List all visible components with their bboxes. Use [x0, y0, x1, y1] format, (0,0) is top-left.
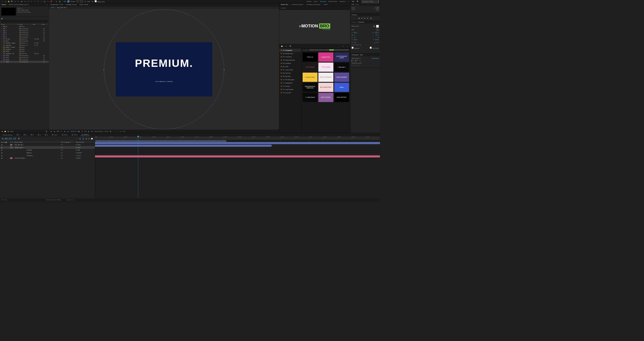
mb-category[interactable]: 10. Text Messages	[279, 78, 301, 81]
align-top-icon[interactable]: ▔	[357, 60, 358, 61]
italic-btn[interactable]: T	[353, 44, 354, 46]
mb-settings-icon[interactable]: ⚙	[285, 45, 287, 47]
last-frame-icon[interactable]: ⏭	[370, 18, 372, 19]
mb-category[interactable]: 06. Titles	[279, 65, 301, 68]
dist-2[interactable]: ⫴	[353, 65, 354, 66]
workspace-standard[interactable]: Standard	[320, 1, 326, 2]
shape-tool-icon[interactable]: ◯	[27, 0, 29, 2]
mb-preset-item[interactable]: Graphics Pack.	[318, 53, 333, 62]
project-item[interactable]: ▸2Composition23.	[0, 30, 49, 32]
mb-category[interactable]: 09. Big Titles	[279, 75, 301, 78]
mb-preset-item[interactable]: TYPO SLIDES	[318, 63, 333, 72]
mb-preset-item[interactable]: Corporate Slides.	[303, 73, 317, 82]
mb-preset-item[interactable]: NASA HISTORY	[334, 93, 349, 102]
views-dropdown[interactable]: 1 View	[104, 131, 108, 132]
clone-tool-icon[interactable]: ⎌	[40, 0, 42, 2]
timeline-tab[interactable]: TUT2	[60, 134, 69, 136]
play-icon[interactable]: ▶	[364, 18, 366, 19]
mb-preset-item[interactable]: TOKO 1.0	[303, 53, 317, 62]
timeline-tab[interactable]: 4	[36, 134, 42, 136]
res-icon[interactable]: ▦	[53, 130, 55, 132]
align-bottom-icon[interactable]: ▁	[360, 60, 361, 61]
timeline-layer[interactable]: ◉3Dark Gray Solid 1♦ ╱⊚ None	[0, 157, 95, 160]
align-right-icon[interactable]: ▐	[355, 60, 356, 61]
timeline-tracks[interactable]: 00f00;12f01;00f01;12f02;00f02;12f03;00f0…	[95, 136, 380, 199]
duration-bar[interactable]	[309, 49, 349, 51]
align-left-icon[interactable]: ▌	[352, 60, 353, 61]
camera-tool-icon[interactable]: ▣	[21, 0, 23, 2]
hscale-input[interactable]: 100 %	[375, 39, 379, 41]
timeline-tab[interactable]: 1	[15, 134, 21, 136]
baseline-input[interactable]: 0 px	[354, 42, 356, 43]
mb-search-icon[interactable]: 🔍	[289, 45, 291, 47]
toggle-inout-icon[interactable]: {}	[5, 199, 7, 201]
toggle-switches-icon[interactable]: ⊞	[1, 199, 3, 201]
timeline-tab[interactable]: TUT4 ×	[80, 134, 90, 136]
draft3d-icon[interactable]: ◧	[79, 138, 81, 140]
fast-preview-icon[interactable]: ⚡	[109, 130, 111, 132]
bold-btn[interactable]: T	[352, 44, 352, 46]
dist-6[interactable]: ⫴	[359, 65, 359, 66]
project-item[interactable]: ▸1Composition23.	[0, 28, 49, 30]
tracking-input[interactable]: 0	[378, 34, 379, 36]
project-item[interactable]: ▸Logo.jpgImporte...G67 KB	[0, 44, 49, 46]
snap-icon[interactable]: ◈	[55, 0, 57, 2]
leading-input[interactable]: 155 px	[375, 32, 379, 33]
mb-category[interactable]: 01. Typography	[279, 49, 301, 52]
dist-1[interactable]: ⫴	[352, 65, 352, 66]
clip-solid[interactable]	[95, 155, 380, 157]
project-item[interactable]: ▸07.movQuickTime136 MB30	[0, 38, 49, 40]
tab-footage[interactable]: Footage: (none)	[66, 4, 76, 5]
font-style-dropdown[interactable]: Bold	[352, 29, 375, 31]
mb-category[interactable]: 04. Shape Elements	[279, 58, 301, 62]
toggle-modes-icon[interactable]: ⊟	[3, 199, 5, 201]
frame-blend-icon[interactable]: ▦	[85, 138, 87, 140]
project-item[interactable]: ▸5Composition23.	[0, 36, 49, 38]
playhead[interactable]	[138, 136, 138, 199]
mb-category[interactable]: 02. Backgrounds	[279, 52, 301, 55]
dist-3[interactable]: ⫴	[355, 65, 355, 66]
roi-icon[interactable]: ▣	[88, 130, 90, 132]
mb-category[interactable]: 12. Devices	[279, 84, 301, 88]
project-item[interactable]: ▸Motion ...FolderFolder	[0, 46, 49, 48]
timeline-tab[interactable]: 3	[29, 134, 35, 136]
new-comp-icon[interactable]: ▦	[7, 130, 9, 132]
toggle-switches-label[interactable]: Toggle Switches / Modes	[46, 199, 61, 201]
comp-flow-icon[interactable]: ⬚	[76, 138, 78, 140]
pen-tool-icon[interactable]: ✒	[31, 0, 33, 2]
dist-4[interactable]: ⫴	[356, 65, 356, 66]
mb-category[interactable]: 03. Transitions	[279, 55, 301, 58]
project-item[interactable]: ▸TUT1Composition23.	[0, 55, 49, 57]
mb-preset-item[interactable]: LIVE STREAM	[303, 63, 317, 72]
font-family-dropdown[interactable]: Bebas Neue	[352, 25, 372, 27]
roto-tool-icon[interactable]: ✧	[47, 0, 49, 2]
eraser-tool-icon[interactable]: ◧	[44, 0, 46, 2]
mask-toggle-icon[interactable]: ◧	[67, 130, 69, 132]
chevron-down-icon[interactable]: ▾	[61, 130, 63, 132]
alpha-icon[interactable]: ▣	[50, 130, 52, 132]
clip-shape-layer[interactable]	[95, 145, 272, 147]
eyedropper-icon[interactable]: 💧	[373, 25, 375, 27]
first-frame-icon[interactable]: ⏮	[358, 18, 360, 19]
mb-preset-item[interactable]: EASY IN MADE.	[318, 93, 333, 102]
workspace-small[interactable]: Small Screen	[328, 1, 337, 2]
stroke-width-input[interactable]	[80, 0, 83, 3]
tab-layer[interactable]: Layer: (none)	[79, 4, 88, 5]
mb-menu-icon[interactable]: ⋮	[346, 45, 348, 47]
composition-viewer[interactable]: PREMIUM. TOKO GRAPHICS / VERSION	[49, 9, 279, 130]
smallcaps-btn[interactable]: Tᴛ	[356, 44, 358, 46]
align-vcenter-icon[interactable]: ━	[359, 60, 359, 61]
mb-category[interactable]: 11. Infographics	[279, 81, 301, 84]
project-search-input[interactable]	[1, 20, 48, 22]
rotate-tool-icon[interactable]: ↻	[18, 0, 20, 2]
gear-icon[interactable]: ⚙	[119, 130, 121, 132]
ligatures-checkbox[interactable]: Ligatures	[352, 47, 359, 49]
mb-preset-item[interactable]: design	[334, 83, 349, 92]
mb-category[interactable]: 05. Gradients	[279, 62, 301, 65]
hand-tool-icon[interactable]: ✋	[8, 0, 10, 2]
mb-preset-item[interactable]: BIG SLIDES PACK	[318, 83, 333, 92]
workspace-overflow-icon[interactable]: »	[348, 0, 350, 2]
bezier-checkbox[interactable]: Bezier Path	[95, 0, 105, 3]
snapshot-icon[interactable]: 📷	[78, 130, 80, 132]
mb-category[interactable]: 08. Call-Outs	[279, 71, 301, 75]
